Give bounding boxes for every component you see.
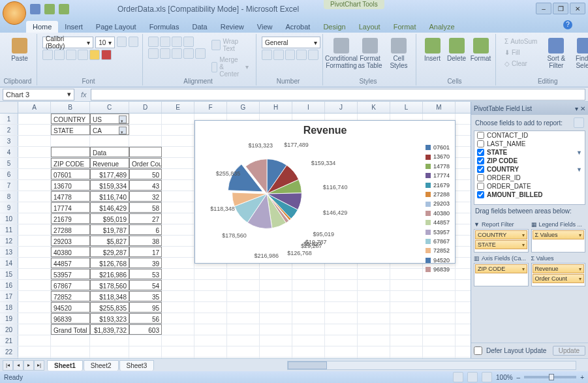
cell[interactable] xyxy=(129,114,162,124)
cell[interactable] xyxy=(358,291,390,301)
pivot-count[interactable]: 58 xyxy=(129,202,162,213)
row-header[interactable]: 4 xyxy=(0,147,18,157)
align-top-icon[interactable] xyxy=(148,37,159,47)
column-header[interactable]: E xyxy=(162,102,194,113)
cell[interactable] xyxy=(325,335,358,346)
field-filter-icon[interactable]: ▼ xyxy=(576,166,582,173)
format-as-table-button[interactable]: Format as Table xyxy=(357,35,383,69)
cell[interactable] xyxy=(358,313,390,324)
shrink-font-icon[interactable] xyxy=(129,37,138,47)
help-icon[interactable]: ? xyxy=(563,20,572,29)
cell[interactable] xyxy=(194,324,227,335)
cell[interactable] xyxy=(390,302,423,313)
field-item[interactable]: COUNTRY▼ xyxy=(474,165,585,174)
grand-total-label[interactable]: Grand Total xyxy=(51,324,90,335)
pivot-revenue[interactable]: $95,019 xyxy=(90,213,129,224)
cell[interactable] xyxy=(18,324,51,335)
pivot-data-label[interactable]: Data xyxy=(90,147,129,157)
cell[interactable] xyxy=(325,324,358,335)
find-select-button[interactable]: Find & Select xyxy=(572,35,588,69)
row-header[interactable]: 6 xyxy=(0,169,18,179)
sheet-nav-prev[interactable]: ◂ xyxy=(13,360,23,371)
pivot-revenue[interactable]: $193,323 xyxy=(90,313,129,324)
restore-button[interactable]: ❐ xyxy=(553,3,568,14)
field-checkbox[interactable] xyxy=(477,157,484,164)
sheet-nav-next[interactable]: ▸ xyxy=(23,360,34,371)
pivot-count[interactable]: 56 xyxy=(129,313,162,324)
cell[interactable] xyxy=(227,313,260,324)
bold-button[interactable] xyxy=(42,50,53,60)
pivot-count[interactable]: 39 xyxy=(129,258,162,268)
filter-state-value[interactable]: CA xyxy=(90,125,129,135)
inc-decimal-icon[interactable] xyxy=(296,50,307,60)
pivot-revenue[interactable]: $29,287 xyxy=(90,247,129,257)
zoom-out-button[interactable]: – xyxy=(517,374,521,381)
cell[interactable] xyxy=(423,291,456,301)
view-layout-icon[interactable] xyxy=(467,372,478,382)
cell[interactable] xyxy=(162,324,194,335)
tab-home[interactable]: Home xyxy=(26,21,58,33)
align-right-icon[interactable] xyxy=(172,48,182,59)
cell[interactable] xyxy=(162,224,194,235)
format-cells-button[interactable]: Format xyxy=(470,35,491,62)
cell[interactable] xyxy=(162,114,194,124)
cell[interactable] xyxy=(18,136,51,146)
pivot-revenue[interactable]: $177,489 xyxy=(90,169,129,179)
cell[interactable] xyxy=(390,335,423,346)
align-middle-icon[interactable] xyxy=(160,37,170,47)
cell[interactable] xyxy=(129,136,162,146)
field-item[interactable]: AMOUNT_BILLED xyxy=(474,191,585,199)
cell[interactable] xyxy=(358,302,390,313)
sheet-tab[interactable]: Sheet2 xyxy=(84,360,119,371)
cell[interactable] xyxy=(18,291,51,301)
cell[interactable] xyxy=(18,114,51,124)
pivot-count[interactable]: 38 xyxy=(129,236,162,246)
row-header[interactable]: 22 xyxy=(0,346,18,357)
cell[interactable] xyxy=(390,346,423,357)
redo-icon[interactable] xyxy=(59,4,69,14)
cell[interactable] xyxy=(162,202,194,213)
cell[interactable] xyxy=(325,291,358,301)
field-item[interactable]: STATE▼ xyxy=(474,148,585,157)
cell[interactable] xyxy=(162,147,194,157)
cell[interactable] xyxy=(18,302,51,313)
cell[interactable] xyxy=(162,302,194,313)
row-header[interactable]: 16 xyxy=(0,280,18,290)
cell[interactable] xyxy=(194,346,227,357)
cell[interactable] xyxy=(162,313,194,324)
cell[interactable] xyxy=(260,313,292,324)
currency-icon[interactable] xyxy=(262,50,272,60)
cell[interactable] xyxy=(423,324,456,335)
cell[interactable] xyxy=(227,324,260,335)
cell[interactable] xyxy=(129,147,162,157)
area-legend-fields[interactable]: ▦Legend Fields ... Σ Values▾ xyxy=(531,221,586,253)
close-button[interactable]: ✕ xyxy=(570,3,585,14)
cell[interactable] xyxy=(162,213,194,224)
cell[interactable] xyxy=(162,291,194,301)
filter-dropdown-icon[interactable] xyxy=(119,115,127,123)
row-header[interactable]: 18 xyxy=(0,302,18,313)
pivot-zip[interactable]: 44857 xyxy=(51,258,90,268)
tab-insert[interactable]: Insert xyxy=(58,21,89,33)
row-header[interactable]: 11 xyxy=(0,224,18,235)
cell[interactable] xyxy=(51,136,90,146)
cell[interactable] xyxy=(194,280,227,290)
tab-view[interactable]: View xyxy=(251,21,279,33)
cell[interactable] xyxy=(423,302,456,313)
cell[interactable] xyxy=(18,147,51,157)
paste-button[interactable]: Paste xyxy=(7,35,33,62)
pivot-revenue[interactable]: $19,787 xyxy=(90,224,129,235)
cell[interactable] xyxy=(227,280,260,290)
cell[interactable] xyxy=(260,346,292,357)
cell[interactable] xyxy=(18,158,51,168)
cell[interactable] xyxy=(325,302,358,313)
tab-analyze[interactable]: Analyze xyxy=(423,21,461,33)
pivot-count[interactable]: 6 xyxy=(129,224,162,235)
pivot-count[interactable]: 95 xyxy=(129,302,162,313)
pivot-zip[interactable]: 07601 xyxy=(51,169,90,179)
cell[interactable] xyxy=(18,346,51,357)
cell[interactable] xyxy=(162,180,194,191)
number-format-combo[interactable]: General▾ xyxy=(262,37,320,48)
cell[interactable] xyxy=(194,335,227,346)
cell[interactable] xyxy=(292,346,325,357)
